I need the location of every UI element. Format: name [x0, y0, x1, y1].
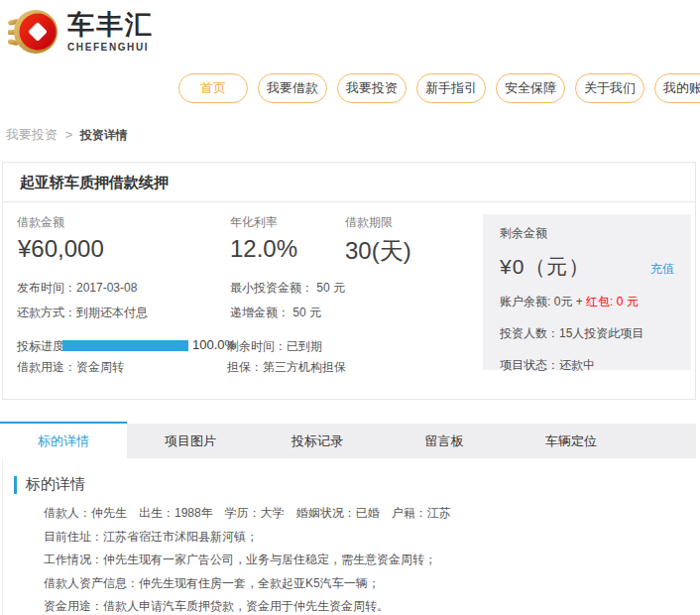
detail-tabs: 标的详情 项目图片 投标记录 留言板 车辆定位 [0, 422, 696, 458]
account-redpacket: 红包: 0 元 [586, 295, 639, 308]
loan-card: 起亚轿车质押借款续押 借款金额 ¥60,000 年化利率 12.0% 借款期限 … [2, 162, 696, 400]
loan-rate-value: 12.0% [230, 235, 297, 263]
brand-logo-icon [8, 6, 59, 58]
nav-item-security[interactable]: 安全保障 [496, 73, 565, 103]
account-amount-row: 充值 ¥0（元） [500, 253, 674, 281]
nav-item-account[interactable]: 我的账户 [654, 73, 700, 103]
detail-panel: 标的详情 借款人：仲先生 出生：1988年 学历：大学 婚姻状况：已婚 户籍：江… [2, 458, 696, 615]
detail-heading: 标的详情 [14, 475, 696, 494]
progress-label: 投标进度 [17, 338, 64, 355]
loan-guarantee: 担保：第三方机构担保 [227, 359, 346, 376]
account-panel: 剩余金额 充值 ¥0（元） 账户余额: 0元 + 红包: 0 元 投资人数：15… [483, 214, 691, 370]
tab-bid-records[interactable]: 投标记录 [254, 424, 381, 458]
detail-line-assets: 借款人资产信息：仲先生现有住房一套，全款起亚K5汽车一辆； [44, 572, 696, 596]
heading-accent-bar [14, 476, 17, 494]
loan-purpose: 借款用途：资金周转 [17, 359, 124, 376]
loan-term-value: 30(天) [345, 235, 411, 267]
main-nav: 首页 我要借款 我要投资 新手指引 安全保障 关于我们 我的账户 [178, 73, 700, 103]
detail-line-borrower: 借款人：仲先生 出生：1988年 学历：大学 婚姻状况：已婚 户籍：江苏 [44, 502, 696, 526]
tab-project-photos[interactable]: 项目图片 [127, 424, 254, 458]
breadcrumb-section[interactable]: 我要投资 [6, 127, 58, 142]
account-remaining-label: 剩余金额 [500, 225, 674, 242]
loan-remaining-time: 剩余时间：已到期 [227, 338, 322, 355]
tab-bid-detail[interactable]: 标的详情 [0, 422, 127, 458]
tab-bar-filler [635, 424, 696, 458]
loan-title: 起亚轿车质押借款续押 [3, 163, 695, 202]
loan-publish-date: 发布时间：2017-03-08 [17, 280, 137, 297]
project-status: 项目状态：还款中 [500, 357, 674, 374]
tab-vehicle-location[interactable]: 车辆定位 [508, 424, 635, 458]
breadcrumb-current: 投资详情 [80, 128, 128, 142]
detail-heading-text: 标的详情 [26, 475, 85, 494]
nav-item-about[interactable]: 关于我们 [575, 73, 644, 103]
loan-body: 借款金额 ¥60,000 年化利率 12.0% 借款期限 30(天) 发布时间：… [3, 202, 695, 400]
brand-logo[interactable]: 车丰汇 CHEFENGHUI [8, 6, 154, 58]
nav-item-borrow[interactable]: 我要借款 [258, 73, 327, 103]
progress-fill [62, 340, 188, 351]
nav-item-home[interactable]: 首页 [178, 73, 248, 103]
detail-line-usage: 资金用途：借款人申请汽车质押贷款，资金用于仲先生资金周转。 [44, 595, 696, 615]
nav-item-invest[interactable]: 我要投资 [337, 73, 407, 103]
detail-line-work: 工作情况：仲先生现有一家广告公司，业务与居住稳定，需生意资金周转； [44, 549, 696, 572]
recharge-link[interactable]: 充值 [650, 261, 674, 278]
breadcrumb-separator: > [65, 127, 73, 142]
brand-logo-text: 车丰汇 CHEFENGHUI [67, 11, 154, 54]
brand-name: 车丰汇 [67, 11, 154, 41]
loan-increment: 递增金额： 50 元 [230, 305, 321, 321]
account-remaining-amount: ¥0（元） [500, 255, 590, 278]
loan-min-invest: 最小投资金额： 50 元 [230, 280, 345, 297]
breadcrumb: 我要投资 > 投资详情 [6, 126, 128, 144]
project-investors: 投资人数：15人投资此项目 [500, 325, 674, 342]
progress-bar [62, 340, 188, 351]
detail-line-address: 目前住址：江苏省宿迁市沭阳县新河镇； [44, 526, 696, 550]
loan-term-label: 借款期限 [345, 214, 393, 231]
loan-amount-value: ¥60,000 [18, 235, 104, 263]
brand-subtitle: CHEFENGHUI [67, 42, 154, 53]
loan-amount-label: 借款金额 [17, 214, 64, 231]
loan-repay-method: 还款方式：到期还本付息 [17, 305, 148, 321]
nav-item-guide[interactable]: 新手指引 [416, 73, 486, 103]
account-balance-line: 账户余额: 0元 + 红包: 0 元 [500, 294, 674, 310]
tab-message-board[interactable]: 留言板 [381, 424, 508, 458]
loan-rate-label: 年化利率 [230, 214, 278, 231]
account-balance: 账户余额: 0元 + [500, 295, 586, 308]
